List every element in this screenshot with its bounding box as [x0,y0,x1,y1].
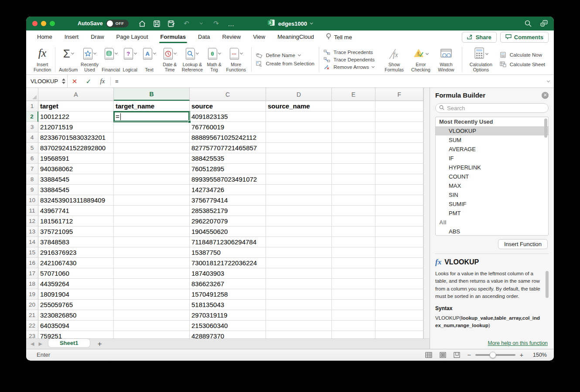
row-header-12[interactable]: 12 [26,216,38,226]
cell-f17[interactable] [375,268,423,279]
minimize-window-button[interactable] [41,21,46,26]
cell-e6[interactable] [332,153,375,164]
cell-b19[interactable] [114,289,190,300]
tab-draw[interactable]: Draw [90,31,104,43]
row-header-2[interactable]: 2 [26,112,38,122]
column-header-a[interactable]: A [38,88,114,101]
cell-e2[interactable] [332,112,375,122]
cell-c15[interactable]: 15387750 [190,247,266,258]
ribbon-financial-button[interactable]: Financial [101,45,120,74]
column-header-c[interactable]: C [190,88,266,101]
cell-d19[interactable] [266,289,332,300]
cell-e11[interactable] [332,206,375,216]
cell-f16[interactable] [375,258,423,268]
error-checking-button[interactable]: ! Error Checking [408,45,434,74]
cell-c8[interactable]: 899395587023491072 [190,174,266,185]
row-header-16[interactable]: 16 [26,258,38,268]
row-header-9[interactable]: 9 [26,185,38,195]
cell-b23[interactable] [114,331,190,338]
cell-d23[interactable] [266,331,332,338]
cell-e5[interactable] [332,143,375,153]
cell-f15[interactable] [375,247,423,258]
tab-view[interactable]: View [252,31,266,43]
cell-e17[interactable] [332,268,375,279]
trace-dependents-button[interactable]: Trace Dependents [324,57,375,63]
more-help-link[interactable]: More help on this function [488,340,548,346]
cell-a3[interactable]: 212071519 [38,122,114,132]
calculate-sheet-button[interactable]: Calculate Sheet [500,61,545,68]
cell-c21[interactable]: 2970319119 [190,310,266,321]
function-list-scrollbar[interactable] [544,118,547,138]
cell-b14[interactable] [114,237,190,247]
cell-e14[interactable] [332,237,375,247]
next-sheet-icon[interactable]: ▶ [38,341,42,347]
cell-f18[interactable] [375,279,423,289]
function-item-hyperlink[interactable]: HYPERLINK [436,163,548,172]
cell-f7[interactable] [375,164,423,174]
cell-b4[interactable] [114,132,190,143]
prev-sheet-icon[interactable]: ◀ [31,341,34,347]
more-commands-icon[interactable]: … [227,20,235,27]
vertical-scrollbar[interactable] [423,88,430,338]
row-header-7[interactable]: 7 [26,164,38,174]
cell-c13[interactable]: 1904550620 [190,226,266,237]
stepper-down-icon[interactable] [62,82,65,84]
ribbon-logical-button[interactable]: ?Logical [120,45,140,74]
cell-b6[interactable] [114,153,190,164]
row-header-22[interactable]: 22 [26,321,38,331]
cell-c1[interactable]: source [190,101,266,112]
cell-b9[interactable] [114,185,190,195]
cell-e13[interactable] [332,226,375,237]
save-as-icon[interactable] [168,20,176,27]
cell-f1[interactable] [375,101,423,112]
cell-f19[interactable] [375,289,423,300]
cell-c3[interactable]: 767760019 [190,122,266,132]
cell-f9[interactable] [375,185,423,195]
cell-a4[interactable]: 823367015830323201 [38,132,114,143]
cell-c22[interactable]: 2153060340 [190,321,266,331]
function-item-sin[interactable]: SIN [436,190,548,199]
home-icon[interactable] [138,20,146,27]
cell-b11[interactable] [114,206,190,216]
row-header-17[interactable]: 17 [26,268,38,279]
close-window-button[interactable] [32,21,38,26]
cell-e23[interactable] [332,331,375,338]
function-item-vlookup[interactable]: VLOOKUP [436,126,548,135]
sheet-tab[interactable]: Sheet1 [48,339,90,347]
cell-d16[interactable] [266,258,332,268]
cell-b1[interactable]: target_name [114,101,190,112]
ribbon-date-time-button[interactable]: Date & Time [159,45,181,74]
tab-review[interactable]: Review [222,31,242,43]
column-header-d[interactable]: D [266,88,332,101]
row-header-14[interactable]: 14 [26,237,38,247]
page-layout-view-icon[interactable] [439,351,447,358]
tab-data[interactable]: Data [198,31,210,43]
row-header-19[interactable]: 19 [26,289,38,300]
cell-c11[interactable]: 2853852179 [190,206,266,216]
cell-e16[interactable] [332,258,375,268]
tab-formulas[interactable]: Formulas [160,31,187,43]
cell-d6[interactable] [266,153,332,164]
function-item-abs[interactable]: ABS [436,227,548,236]
cell-d11[interactable] [266,206,332,216]
name-box-stepper[interactable] [60,75,68,88]
cell-e9[interactable] [332,185,375,195]
ribbon-more-functions-button[interactable]: •••More Functions [225,45,248,74]
search-icon[interactable] [524,20,532,27]
cell-f10[interactable] [375,195,423,206]
cell-e19[interactable] [332,289,375,300]
zoom-slider-knob[interactable] [490,351,496,358]
cell-a20[interactable]: 255059765 [38,300,114,310]
cell-a23[interactable]: 759251 [38,331,114,338]
cell-a9[interactable]: 33884545 [38,185,114,195]
description-scrollbar[interactable] [546,271,549,298]
function-search-input[interactable]: Search [435,103,549,113]
cell-f3[interactable] [375,122,423,132]
ribbon-autosum-button[interactable]: ΣAutoSum [59,45,78,74]
stepper-up-icon[interactable] [62,78,65,81]
undo-icon[interactable]: ↶ [183,20,191,27]
cell-d2[interactable] [266,112,332,122]
cell-d1[interactable]: source_name [266,101,332,112]
cell-c9[interactable]: 142734726 [190,185,266,195]
column-header-e[interactable]: E [332,88,375,101]
